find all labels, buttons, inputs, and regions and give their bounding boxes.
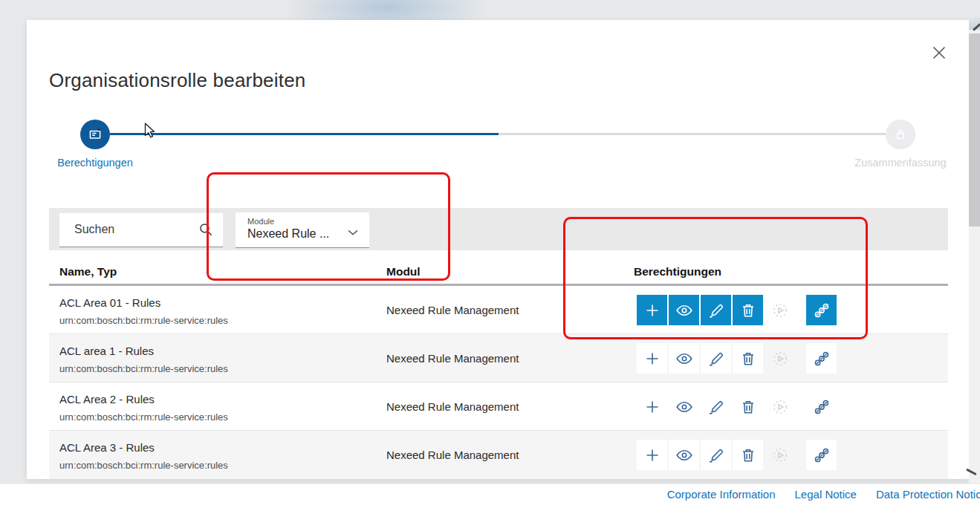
stepper-progress-line xyxy=(110,133,499,135)
link-icon xyxy=(813,350,831,368)
edit-permission-button[interactable] xyxy=(701,343,731,374)
link-permission-button[interactable] xyxy=(806,295,837,325)
delete-permission-button[interactable] xyxy=(733,295,763,325)
step-berechtigungen[interactable] xyxy=(80,120,110,149)
view-permission-button[interactable] xyxy=(669,440,699,470)
delete-icon xyxy=(739,350,757,368)
footer-link-corporate-information[interactable]: Corporate Information xyxy=(667,488,776,501)
link-permission-button[interactable] xyxy=(806,391,837,422)
add-icon xyxy=(643,350,661,368)
edit-icon xyxy=(707,302,725,319)
table-body: ACL Area 01 - Rules urn:com:bosch:bci:rm… xyxy=(49,286,948,479)
eye-icon xyxy=(675,302,693,319)
table-row: ACL Area 3 - Rules urn:com:bosch:bci:rm:… xyxy=(49,431,948,479)
row-name: ACL Area 2 - Rules xyxy=(59,393,228,405)
lock-icon xyxy=(892,126,909,143)
row-module: Nexeed Rule Management xyxy=(386,334,519,382)
page-footer: Corporate Information Legal Notice Data … xyxy=(0,483,980,505)
row-module: Nexeed Rule Management xyxy=(386,431,519,479)
delete-icon xyxy=(739,302,757,319)
table-row: ACL Area 01 - Rules urn:com:bosch:bci:rm… xyxy=(49,286,948,334)
step-zusammenfassung xyxy=(886,120,915,149)
autorun-icon xyxy=(771,350,789,368)
row-actions xyxy=(637,295,837,325)
table-row: ACL area 1 - Rules urn:com:bosch:bci:rm:… xyxy=(49,334,948,382)
row-module: Nexeed Rule Management xyxy=(386,286,519,334)
row-actions xyxy=(637,343,837,374)
execute-permission-button xyxy=(765,440,795,470)
add-permission-button[interactable] xyxy=(637,440,667,470)
delete-permission-button[interactable] xyxy=(733,343,763,374)
close-icon[interactable] xyxy=(929,42,950,63)
delete-icon xyxy=(739,398,757,416)
table-row: ACL Area 2 - Rules urn:com:bosch:bci:rm:… xyxy=(49,382,948,431)
execute-permission-button xyxy=(765,343,795,374)
edit-permission-button[interactable] xyxy=(701,295,731,325)
chevron-down-icon xyxy=(345,225,360,240)
row-type-urn: urn:com:bosch:bci:rm:rule-service:rules xyxy=(59,363,228,374)
row-actions xyxy=(637,391,837,422)
execute-permission-button xyxy=(765,295,795,325)
edit-permission-button[interactable] xyxy=(701,440,731,470)
add-icon xyxy=(643,446,661,464)
stepper-remaining-line xyxy=(499,133,887,135)
page-scrollbar-thumb[interactable] xyxy=(969,33,980,227)
link-icon xyxy=(813,398,831,416)
step-label-zusammenfassung: Zusammenfassung xyxy=(854,157,946,169)
view-permission-button[interactable] xyxy=(669,391,699,422)
delete-icon xyxy=(739,446,757,464)
row-type-urn: urn:com:bosch:bci:rm:rule-service:rules xyxy=(59,315,228,326)
search-field xyxy=(59,213,223,247)
row-type-urn: urn:com:bosch:bci:rm:rule-service:rules xyxy=(59,411,228,423)
link-permission-button[interactable] xyxy=(806,440,837,470)
search-input[interactable] xyxy=(59,213,186,246)
add-permission-button[interactable] xyxy=(637,391,667,422)
autorun-icon xyxy=(771,446,789,464)
delete-permission-button[interactable] xyxy=(733,391,763,422)
column-header-modul: Modul xyxy=(386,265,421,278)
edit-permission-button[interactable] xyxy=(701,391,731,422)
footer-link-legal-notice[interactable]: Legal Notice xyxy=(795,488,857,501)
delete-permission-button[interactable] xyxy=(733,440,763,470)
edit-organization-role-dialog: Organisationsrolle bearbeiten Berechtigu… xyxy=(27,20,969,479)
row-name: ACL Area 01 - Rules xyxy=(59,296,228,309)
row-module: Nexeed Rule Management xyxy=(386,382,519,431)
link-icon xyxy=(813,302,831,319)
eye-icon xyxy=(675,398,693,416)
autorun-icon xyxy=(771,302,789,319)
row-name: ACL area 1 - Rules xyxy=(59,345,228,357)
add-permission-button[interactable] xyxy=(637,343,667,374)
add-icon xyxy=(643,398,661,416)
eye-icon xyxy=(675,446,693,464)
edit-icon xyxy=(707,446,725,464)
row-actions xyxy=(637,440,837,470)
eye-icon xyxy=(675,350,693,368)
add-icon xyxy=(643,302,661,319)
link-icon xyxy=(813,446,831,464)
step-label-berechtigungen: Berechtigungen xyxy=(57,157,133,169)
add-permission-button[interactable] xyxy=(637,295,667,325)
permissions-card-icon xyxy=(86,126,104,143)
edit-icon xyxy=(707,398,725,416)
search-icon[interactable] xyxy=(198,221,214,238)
view-permission-button[interactable] xyxy=(669,295,699,325)
execute-permission-button xyxy=(765,391,795,422)
row-type-urn: urn:com:bosch:bci:rm:rule-service:rules xyxy=(59,460,228,471)
link-permission-button[interactable] xyxy=(806,343,837,374)
view-permission-button[interactable] xyxy=(669,343,699,374)
row-name: ACL Area 3 - Rules xyxy=(59,441,228,454)
module-select[interactable]: Module Nexeed Rule ... xyxy=(236,212,369,248)
autorun-icon xyxy=(771,398,789,416)
column-header-name-typ: Name, Typ xyxy=(59,265,117,278)
column-header-berechtigungen: Berechtigungen xyxy=(634,265,721,278)
footer-link-data-protection-notice[interactable]: Data Protection Notice xyxy=(876,488,980,501)
dialog-title: Organisationsrolle bearbeiten xyxy=(49,69,305,92)
edit-icon xyxy=(707,350,725,368)
table-header: Name, Typ Modul Berechtigungen xyxy=(49,250,948,286)
